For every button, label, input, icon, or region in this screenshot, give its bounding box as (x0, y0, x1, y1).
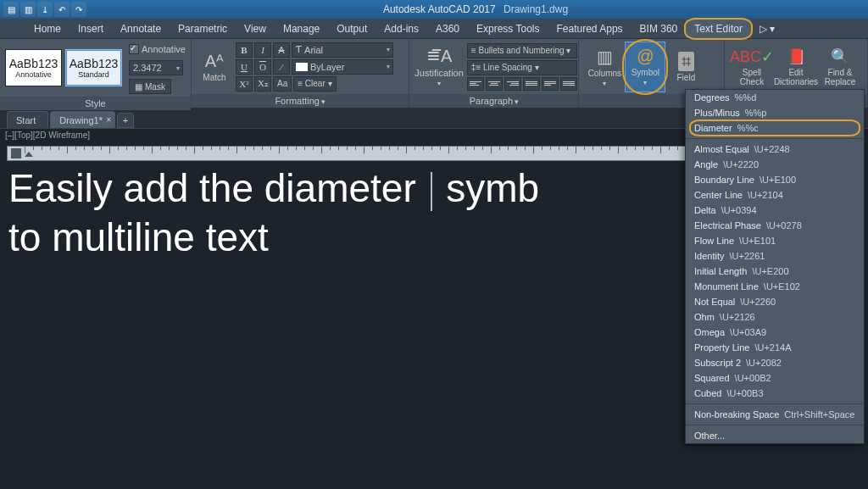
stack-button[interactable]: ⁄ (273, 59, 290, 75)
symbol-item-angle[interactable]: Angle\U+2220 (686, 157, 864, 172)
symbol-item-degrees[interactable]: Degrees%%d (686, 90, 864, 105)
underline-button[interactable]: U (236, 59, 253, 75)
menu-bar: HomeInsertAnnotateParametricViewManageOu… (0, 19, 868, 39)
edit-dictionaries-button[interactable]: 📕 Edit Dictionaries (774, 42, 818, 92)
text-style-annotative[interactable]: AaBb123 Annotative (5, 49, 62, 86)
symbol-item-code: \U+00B2 (735, 373, 771, 383)
symbol-item-monument-line[interactable]: Monument Line\U+E102 (686, 279, 864, 294)
symbol-item-not-equal[interactable]: Not Equal\U+2260 (686, 294, 864, 309)
align-dist-button[interactable] (542, 77, 559, 91)
menu-view[interactable]: View (236, 19, 275, 38)
layer-color-combo[interactable]: ByLayer (292, 59, 393, 75)
symbol-item-almost-equal[interactable]: Almost Equal\U+2248 (686, 142, 864, 157)
menu-a360[interactable]: A360 (427, 19, 468, 38)
first-line-indent-icon[interactable] (25, 152, 33, 157)
symbol-item-code: %%d (735, 92, 757, 103)
tab-stop-icon[interactable] (11, 148, 21, 158)
qat-open-icon[interactable]: ▥ (20, 2, 36, 17)
symbol-item-omega[interactable]: Omega\U+03A9 (686, 325, 864, 340)
menu-output[interactable]: Output (328, 19, 376, 38)
symbol-item-squared[interactable]: Squared\U+00B2 (686, 370, 864, 386)
qat-redo-icon[interactable]: ↷ (71, 2, 86, 17)
spell-check-button[interactable]: ABC✓ Spell Check (730, 42, 774, 92)
align-justify-button[interactable] (523, 77, 540, 91)
align-left-button[interactable] (467, 77, 484, 91)
quick-access-toolbar: ▤ ▥ ⤓ ↶ ↷ (3, 2, 86, 17)
at-icon: @ (637, 47, 654, 66)
menu-manage[interactable]: Manage (275, 19, 328, 38)
symbol-item-property-line[interactable]: Property Line\U+214A (686, 340, 864, 355)
symbol-item-label: Non-breaking Space (694, 409, 779, 420)
qat-new-icon[interactable]: ▤ (3, 2, 19, 17)
mask-button[interactable]: ▦ Mask (129, 79, 171, 94)
subscript-button[interactable]: X₂ (254, 76, 271, 92)
columns-button[interactable]: ▥ Columns ▾ (584, 42, 625, 92)
align-center-button[interactable] (486, 77, 503, 91)
file-tab-drawing1[interactable]: Drawing1*✕ (50, 111, 115, 128)
text-style-standard[interactable]: AaBb123 Standard (65, 49, 122, 86)
close-icon[interactable]: ✕ (106, 116, 112, 124)
panel-paragraph: ≡̅A Justification ▾ ≡ Bullets and Number… (409, 39, 579, 108)
symbol-item-label: Center Line (694, 190, 743, 200)
symbol-item-code: \U+E200 (752, 266, 788, 276)
align-dist2-button[interactable] (560, 77, 577, 91)
symbol-item-label: Subscript 2 (694, 358, 741, 368)
overline-button[interactable]: O (254, 59, 271, 75)
align-right-button[interactable] (504, 77, 521, 91)
annotative-checkbox[interactable] (129, 44, 139, 54)
menu-featured-apps[interactable]: Featured Apps (548, 19, 632, 38)
symbol-item-label: Omega (694, 327, 725, 337)
panel-formatting: Aᴬ Match B I A Ƭ Arial U O ⁄ (192, 39, 409, 108)
clear-format-button[interactable]: ≡ Clear ▾ (293, 76, 336, 92)
symbol-item-flow-line[interactable]: Flow Line\U+E101 (686, 233, 864, 248)
symbol-item-code: Ctrl+Shift+Space (784, 409, 854, 420)
symbol-item-initial-length[interactable]: Initial Length\U+E200 (686, 264, 864, 279)
line-spacing-button[interactable]: ‡≡ Line Spacing ▾ (467, 60, 577, 75)
symbol-item-delta[interactable]: Delta\U+0394 (686, 203, 864, 218)
symbol-item-cubed[interactable]: Cubed\U+00B3 (686, 386, 864, 401)
symbol-item-boundary-line[interactable]: Boundary Line\U+E100 (686, 172, 864, 187)
menu-annotate[interactable]: Annotate (112, 19, 170, 38)
symbol-item-other-[interactable]: Other... (686, 428, 864, 443)
strike-button[interactable]: A (273, 42, 290, 58)
file-tab-start[interactable]: Start (7, 111, 48, 128)
text-height-combo[interactable]: 2.3472 (129, 60, 183, 75)
symbol-item-code: \U+2126 (720, 312, 755, 322)
symbol-item-plus-minus[interactable]: Plus/Minus%%p (686, 105, 864, 120)
match-icon: Aᴬ (205, 51, 224, 71)
italic-button[interactable]: I (254, 42, 271, 58)
symbol-item-ohm[interactable]: Ohm\U+2126 (686, 309, 864, 325)
symbol-item-center-line[interactable]: Center Line\U+2104 (686, 187, 864, 203)
symbol-item-electrical-phase[interactable]: Electrical Phase\U+0278 (686, 218, 864, 233)
change-case-button[interactable]: Aa (273, 76, 292, 92)
field-button[interactable]: ⌗ Field (665, 42, 706, 92)
chevron-down-icon: ▾ (603, 80, 606, 87)
menu-express-tools[interactable]: Express Tools (468, 19, 548, 38)
symbol-button[interactable]: @ Symbol ▾ (625, 42, 665, 92)
menu-bim-360[interactable]: BIM 360 (632, 19, 687, 38)
qat-undo-icon[interactable]: ↶ (54, 2, 70, 17)
menu-parametric[interactable]: Parametric (170, 19, 236, 38)
menu-add-ins[interactable]: Add-ins (376, 19, 427, 38)
symbol-item-non-breaking-space[interactable]: Non-breaking SpaceCtrl+Shift+Space (686, 407, 864, 422)
panel-title-paragraph: Paragraph▾ (409, 94, 578, 108)
symbol-item-label: Cubed (694, 388, 721, 398)
superscript-button[interactable]: X² (236, 76, 253, 92)
qat-save-icon[interactable]: ⤓ (37, 2, 53, 17)
symbol-item-diameter[interactable]: Diameter%%c (686, 120, 864, 136)
new-tab-button[interactable]: + (117, 113, 134, 128)
symbol-item-subscript-2[interactable]: Subscript 2\U+2082 (686, 355, 864, 370)
font-combo[interactable]: Ƭ Arial (292, 42, 393, 58)
find-replace-button[interactable]: 🔍 Find & Replace (818, 42, 862, 92)
symbol-item-identity[interactable]: Identity\U+2261 (686, 248, 864, 264)
match-button[interactable]: Aᴬ Match (197, 42, 232, 92)
menu-text-editor[interactable]: Text Editor (686, 19, 751, 38)
justification-button[interactable]: ≡̅A Justification ▾ (415, 42, 463, 92)
menu-insert[interactable]: Insert (70, 19, 112, 38)
menu-home[interactable]: Home (25, 19, 70, 38)
bold-button[interactable]: B (236, 42, 253, 58)
menu-overflow[interactable]: ▷ ▾ (751, 19, 783, 38)
bullets-button[interactable]: ≡ Bullets and Numbering ▾ (467, 43, 577, 58)
dropdown-separator (686, 138, 864, 139)
symbol-item-code: \U+00B3 (726, 388, 763, 398)
